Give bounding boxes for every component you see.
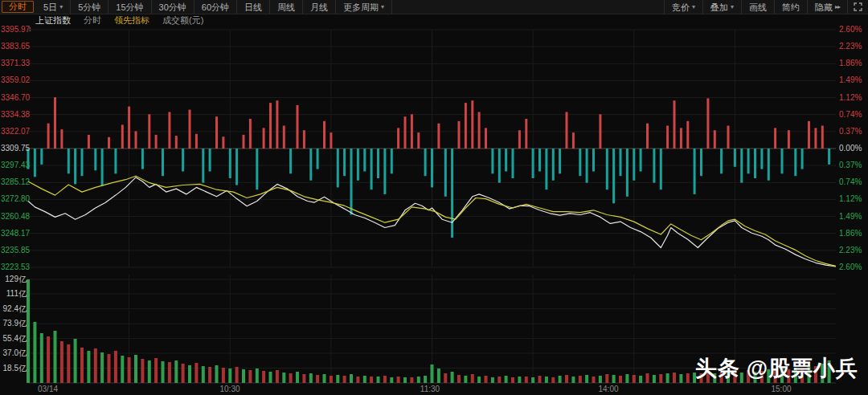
tool-buttons: 竞价▾ 叠加▾ 画线 简约 隐藏▸▸ — [664, 0, 868, 14]
tab-60min[interactable]: 60分钟 — [194, 0, 237, 14]
fullscreen-icon — [854, 2, 862, 11]
watermark: 头条@股票小兵 — [695, 354, 858, 383]
price-marker-icon: ↕ — [28, 25, 32, 33]
tab-30min[interactable]: 30分钟 — [152, 0, 194, 14]
percent-tick-label: 2.60% — [839, 263, 862, 272]
volume-tick-label: 92.4亿 — [1, 304, 27, 314]
percent-tick-label: 0.74% — [839, 177, 862, 187]
button-simple-mode[interactable]: 简约 — [775, 0, 808, 14]
percent-tick-label: 2.23% — [839, 246, 862, 255]
percent-tick-label: 1.86% — [839, 59, 862, 68]
tab-5day-label: 5日 — [43, 1, 57, 14]
volume-tick-label: 18.5亿 — [1, 364, 27, 373]
tab-5day[interactable]: 5日▾ — [36, 0, 71, 14]
button-overlay[interactable]: 叠加▾ — [703, 0, 742, 14]
percent-tick-label: 0.00% — [839, 144, 862, 153]
volume-tick-label: 111亿 — [1, 289, 27, 299]
time-tick-label: 10:30 — [219, 385, 240, 394]
double-arrow-right-icon: ▸▸ — [835, 1, 840, 14]
tab-daily[interactable]: 日线 — [237, 0, 270, 14]
percent-tick-label: 2.23% — [839, 42, 862, 51]
tab-5min[interactable]: 5分钟 — [71, 0, 108, 14]
price-tick-label: 3346.70 — [1, 93, 27, 103]
price-tick-label: 3260.48 — [1, 212, 27, 222]
price-tick-label: 3223.53 — [1, 263, 27, 272]
tab-more-periods[interactable]: 更多周期▾ — [336, 0, 392, 14]
price-tick-label: 3235.85 — [1, 246, 27, 255]
time-tick-label: 03/14 — [38, 385, 58, 394]
volume-tick-label: 55.4亿 — [1, 334, 27, 344]
percent-tick-label: 2.60% — [839, 25, 862, 35]
time-tick-label: 11:30 — [420, 385, 440, 394]
chevron-down-icon: ▾ — [731, 1, 734, 14]
price-tick-label: 3285.12 — [1, 177, 27, 187]
period-tabs: 分时 5日▾ 5分钟 15分钟 30分钟 60分钟 日线 周线 月线 更多周期▾ — [0, 0, 392, 14]
percent-tick-label: 0.37% — [839, 161, 862, 170]
button-bidding[interactable]: 竞价▾ — [664, 0, 703, 14]
intraday-chart[interactable]: 3395.973383.653371.333359.023346.703334.… — [0, 0, 868, 395]
button-draw-line[interactable]: 画线 — [742, 0, 775, 14]
tab-intraday[interactable]: 分时 — [2, 1, 34, 13]
button-bidding-label: 竞价 — [672, 1, 690, 14]
time-tick-label: 15:00 — [771, 385, 791, 394]
leading-indicator-toggle[interactable]: 领先指标 — [114, 15, 149, 26]
price-tick-label: 3395.97 — [1, 25, 27, 35]
tab-more-periods-label: 更多周期 — [343, 1, 379, 14]
chevron-down-icon: ▾ — [381, 1, 384, 14]
percent-tick-label: 1.12% — [839, 194, 862, 204]
turnover-label[interactable]: 成交额(元) — [162, 15, 203, 26]
index-name-label: 上证指数 — [35, 15, 71, 26]
button-overlay-label: 叠加 — [710, 1, 728, 14]
price-tick-label: 3322.07 — [1, 127, 27, 136]
price-tick-label: 3272.80 — [1, 194, 27, 204]
time-tick-label: 14:00 — [598, 385, 618, 394]
price-tick-label: 3334.38 — [1, 110, 27, 120]
volume-tick-label: 37.0亿 — [1, 348, 27, 358]
button-hide-panel[interactable]: 隐藏▸▸ — [808, 0, 848, 14]
price-tick-label: 3371.33 — [1, 59, 27, 68]
chart-legend: 上证指数 分时 领先指标 成交额(元) — [35, 15, 203, 26]
watermark-brand: 头条 — [695, 356, 740, 381]
percent-tick-label: 1.49% — [839, 212, 862, 222]
watermark-handle: @股票小兵 — [747, 356, 858, 381]
button-hide-label: 隐藏 — [815, 1, 833, 14]
period-label: 分时 — [84, 15, 101, 26]
percent-tick-label: 1.12% — [839, 93, 862, 103]
tab-weekly[interactable]: 周线 — [270, 0, 303, 14]
chevron-down-icon: ▾ — [59, 1, 63, 14]
price-tick-label: 3359.02 — [1, 75, 27, 85]
fullscreen-button[interactable] — [848, 0, 868, 14]
percent-tick-label: 0.74% — [839, 110, 862, 120]
stock-chart-app: 分时 5日▾ 5分钟 15分钟 30分钟 60分钟 日线 周线 月线 更多周期▾… — [0, 0, 868, 395]
tab-15min[interactable]: 15分钟 — [108, 0, 151, 14]
price-tick-label: 3297.43 — [1, 161, 27, 170]
tab-monthly[interactable]: 月线 — [303, 0, 336, 14]
volume-tick-label: 129亿 — [1, 275, 27, 284]
percent-tick-label: 1.86% — [839, 229, 862, 238]
period-toolbar: 分时 5日▾ 5分钟 15分钟 30分钟 60分钟 日线 周线 月线 更多周期▾… — [0, 0, 868, 14]
price-tick-label: 3383.65 — [1, 42, 27, 51]
chevron-down-icon: ▾ — [692, 1, 695, 14]
percent-tick-label: 0.37% — [839, 127, 862, 136]
chart-canvas — [0, 0, 868, 395]
price-tick-label: 3248.17 — [1, 229, 27, 238]
volume-tick-label: 73.9亿 — [1, 319, 27, 328]
price-tick-label: 3309.75 — [1, 144, 27, 153]
percent-tick-label: 1.49% — [839, 75, 862, 85]
